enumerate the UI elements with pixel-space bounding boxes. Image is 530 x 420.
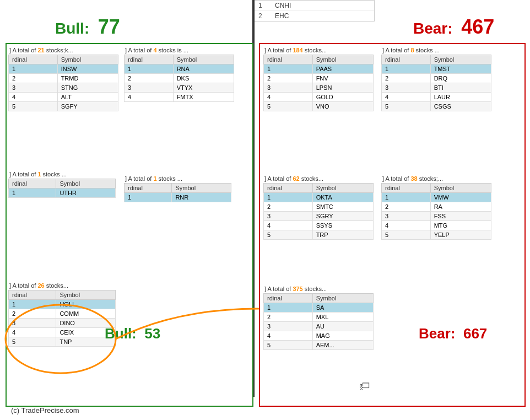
col-symbol: Symbol [173,55,234,64]
table-row: 2MXL [264,313,374,322]
bull-panel-2-table: rdinal Symbol 1RNA 2DKS 3VTYX 4FMTX [124,55,234,102]
col-symbol: Symbol [430,184,491,193]
table-row: 1UTHR [9,189,116,198]
bull-panel-4-header: ] A total of 1 stocks ... [124,175,231,182]
bull-panel-3: ] A total of 1 stocks ... rdinal Symbol … [8,171,116,198]
col-ordinal: rdinal [264,184,313,193]
bear-panel-1-header: ] A total of 184 stocks... [263,47,374,53]
table-row: 2RA [382,202,491,212]
table-row: 3FSS [382,212,491,221]
table-row: 1INSW [9,64,118,74]
bull-panel-3-table: rdinal Symbol 1UTHR [8,179,116,198]
table-row: 5CSGS [382,102,491,111]
col-ordinal: rdinal [382,55,431,64]
top-stocks-bar: 1 CNHI 2 EHC [253,0,375,21]
table-row: 5YELP [382,230,491,240]
stock-symbol: CNHI [275,2,291,9]
bull-panel-1-header: ] A total of 21 stocks;k... [8,47,118,53]
bear-panel-1: ] A total of 184 stocks... rdinal Symbol… [263,47,374,111]
table-row: 4CEIX [9,328,116,337]
col-ordinal: rdinal [9,179,56,189]
bear-panel-1-table: rdinal Symbol 1PAAS 2FNV 3LPSN 4GOLD 5VN… [263,55,374,111]
bull-panel-2: ] A total of 4 stocks is ... rdinal Symb… [124,47,234,102]
col-symbol: Symbol [312,294,373,303]
bull-panel-1: ] A total of 21 stocks;k... rdinal Symbo… [8,47,118,111]
col-ordinal: rdinal [125,55,174,64]
col-symbol: Symbol [57,55,118,64]
table-row: 2DKS [125,74,234,83]
bear-panel-5-table: rdinal Symbol 1SA 2MXL 3AU 4MAG 5AEM... [263,293,374,350]
col-ordinal: rdinal [125,184,172,193]
col-ordinal: rdinal [382,184,431,193]
bull-panel-4: ] A total of 1 stocks ... rdinal Symbol … [124,175,231,202]
bull-panel-2-header: ] A total of 4 stocks is ... [124,47,234,53]
table-row: 2FNV [264,74,374,83]
col-ordinal: rdinal [264,294,313,303]
col-symbol: Symbol [172,184,231,193]
table-row: 1RNA [125,64,234,74]
table-row: 2COMM [9,309,116,319]
table-row: 1TMST [382,64,491,74]
bull-panel-5-table: rdinal Symbol 1HOLI 2COMM 3DINO 4CEIX 5T… [8,290,116,347]
main-container: 1 CNHI 2 EHC Bull: 77 Bear: 467 ] A tota… [0,0,530,420]
bull-label-bottom: Bull: 53 [105,325,160,342]
col-ordinal: rdinal [264,55,313,64]
table-row: 5TRP [264,230,374,240]
bear-panel-2-table: rdinal Symbol 1TMST 2DRQ 3BTI 4LAUR 5CSG… [381,55,491,111]
table-row: 4MAG [264,331,374,341]
table-row: 1VMW [382,193,491,202]
bear-panel-5-header: ] A total of 375 stocks... [263,286,374,292]
bull-panel-3-header: ] A total of 1 stocks ... [8,171,116,177]
table-row: 5TNP [9,337,116,347]
table-row: 3BTI [382,83,491,93]
stock-symbol: EHC [275,12,289,20]
stock-ordinal: 1 [258,2,275,9]
table-row: 1OKTA [264,193,374,202]
table-row: 5AEM... [264,341,374,350]
bear-label-top: Bear: 467 [413,15,494,39]
table-row: 3AU [264,322,374,331]
table-row: 2TRMD [9,74,118,83]
bear-panel-4-table: rdinal Symbol 1VMW 2RA 3FSS 4MTG 5YELP [381,183,491,240]
bull-label-top: Bull: 77 [55,15,120,39]
col-symbol: Symbol [56,290,116,300]
table-row: 2DRQ [382,74,491,83]
table-row: 4FMTX [125,93,234,102]
table-row: 4ALT [9,93,118,102]
bear-panel-4-header: ] A total of 38 stocks;... [381,175,491,182]
table-row: 4GOLD [264,93,374,102]
bear-panel-3: ] A total of 62 stocks... rdinal Symbol … [263,175,374,240]
table-row: 1PAAS [264,64,374,74]
table-row: 5VNO [264,102,374,111]
table-row: 3SGRY [264,212,374,221]
table-row: 1HOLI [9,300,116,309]
copyright-text: (c) TradePrecise.com [11,406,79,414]
table-row: 4MTG [382,221,491,230]
bear-panel-4: ] A total of 38 stocks;... rdinal Symbol… [381,175,491,240]
table-row: 3VTYX [125,83,234,93]
col-ordinal: rdinal [9,290,56,300]
bull-panel-4-table: rdinal Symbol 1RNR [124,183,231,202]
table-row: 2SMTC [264,202,374,212]
bull-panel-5: ] A total of 26 stocks... rdinal Symbol … [8,282,116,347]
table-row: 5SGFY [9,102,118,111]
bear-panel-3-header: ] A total of 62 stocks... [263,175,374,182]
stock-ordinal: 2 [258,12,275,20]
bear-label-bottom: Bear: 667 [419,325,487,342]
col-ordinal: rdinal [9,55,58,64]
col-symbol: Symbol [312,184,373,193]
table-row: 1RNR [125,193,231,202]
bull-panel-1-table: rdinal Symbol 1INSW 2TRMD 3STNG 4ALT 5SG… [8,55,118,111]
top-stock-row-1: 1 CNHI [254,1,374,11]
bear-panel-5: ] A total of 375 stocks... rdinal Symbol… [263,286,374,350]
table-row: 3DINO [9,319,116,328]
col-symbol: Symbol [312,55,373,64]
bear-panel-3-table: rdinal Symbol 1OKTA 2SMTC 3SGRY 4SSYS 5T… [263,183,374,240]
table-row: 4SSYS [264,221,374,230]
table-row: 4LAUR [382,93,491,102]
col-symbol: Symbol [56,179,116,189]
bear-panel-2: ] A total of 8 stocks ... rdinal Symbol … [381,47,491,111]
table-row: 1SA [264,303,374,313]
bear-panel-2-header: ] A total of 8 stocks ... [381,47,491,53]
top-stock-row-2: 2 EHC [254,11,374,21]
